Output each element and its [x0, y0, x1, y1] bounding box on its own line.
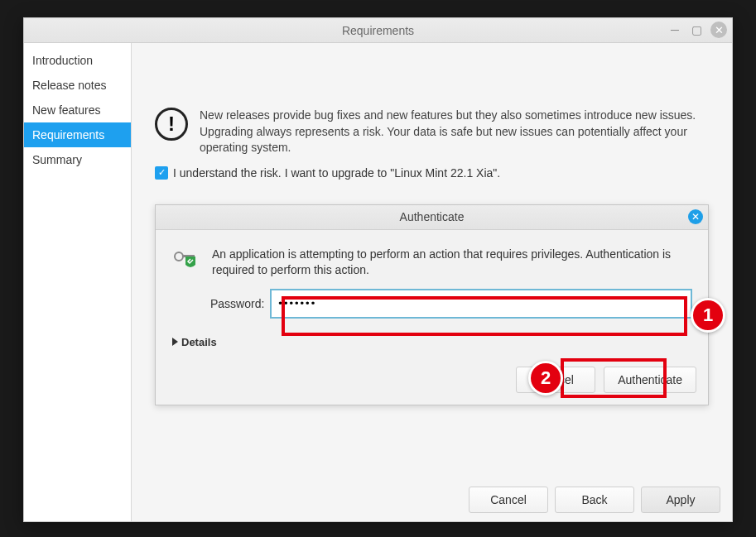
wizard-apply-button[interactable]: Apply	[641, 487, 720, 513]
key-shield-icon	[172, 247, 202, 268]
authenticate-title: Authenticate	[400, 210, 465, 223]
maximize-button[interactable]: ▢	[689, 22, 704, 37]
sidebar-item-introduction[interactable]: Introduction	[24, 48, 131, 73]
sidebar-item-summary[interactable]: Summary	[24, 147, 131, 172]
authenticate-dialog: Authenticate ✕	[155, 204, 709, 405]
authenticate-close-button[interactable]: ✕	[688, 209, 703, 224]
sidebar-item-release-notes[interactable]: Release notes	[24, 73, 131, 98]
close-button[interactable]: ✕	[710, 22, 727, 38]
password-label: Password:	[210, 297, 264, 310]
warning-icon: !	[155, 108, 188, 141]
risk-checkbox-row[interactable]: ✓ I understand the risk. I want to upgra…	[155, 166, 709, 180]
window-title: Requirements	[342, 24, 414, 37]
wizard-footer: Cancel Back Apply	[132, 478, 732, 521]
info-row: ! New releases provide bug fixes and new…	[155, 108, 709, 156]
wizard-cancel-button[interactable]: Cancel	[469, 487, 548, 513]
auth-authenticate-button[interactable]: Authenticate	[604, 367, 696, 393]
chevron-right-icon	[172, 338, 178, 346]
risk-label: I understand the risk. I want to upgrade…	[173, 166, 500, 180]
sidebar-item-requirements[interactable]: Requirements	[24, 122, 131, 147]
upgrade-window: Requirements ─ ▢ ✕ Introduction Release …	[23, 17, 733, 522]
auth-cancel-button[interactable]: Cancel	[516, 367, 595, 393]
authenticate-titlebar: Authenticate ✕	[156, 205, 708, 230]
minimize-button[interactable]: ─	[667, 22, 682, 37]
wizard-back-button[interactable]: Back	[555, 487, 634, 513]
info-text: New releases provide bug fixes and new f…	[200, 108, 709, 156]
risk-checkbox[interactable]: ✓	[155, 166, 168, 180]
sidebar: Introduction Release notes New features …	[24, 43, 132, 521]
password-input[interactable]	[271, 290, 691, 318]
svg-point-0	[175, 252, 183, 261]
titlebar: Requirements ─ ▢ ✕	[24, 18, 732, 43]
authenticate-message: An application is attempting to perform …	[212, 247, 691, 278]
content-pane: ! New releases provide bug fixes and new…	[132, 43, 732, 521]
details-expander[interactable]: Details	[172, 336, 691, 348]
window-controls: ─ ▢ ✕	[667, 22, 727, 38]
details-label: Details	[181, 336, 217, 348]
sidebar-item-new-features[interactable]: New features	[24, 98, 131, 122]
